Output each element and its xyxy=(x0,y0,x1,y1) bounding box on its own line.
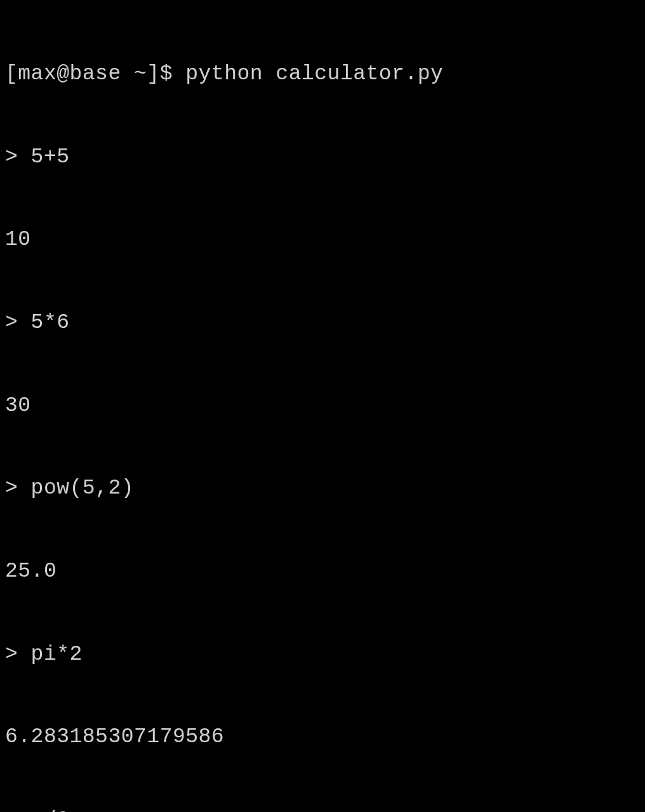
terminal-output[interactable]: [max@base ~]$ python calculator.py > 5+5… xyxy=(5,5,640,812)
terminal-line: > 5+5 xyxy=(5,143,640,171)
terminal-line: 6.283185307179586 xyxy=(5,723,640,751)
terminal-line: [max@base ~]$ python calculator.py xyxy=(5,60,640,88)
terminal-line: > e/2 xyxy=(5,806,640,812)
terminal-line: 10 xyxy=(5,226,640,254)
terminal-line: > pi*2 xyxy=(5,641,640,669)
terminal-line: > pow(5,2) xyxy=(5,475,640,502)
terminal-line: 25.0 xyxy=(5,558,640,586)
terminal-line: > 5*6 xyxy=(5,309,640,337)
terminal-line: 30 xyxy=(5,392,640,420)
